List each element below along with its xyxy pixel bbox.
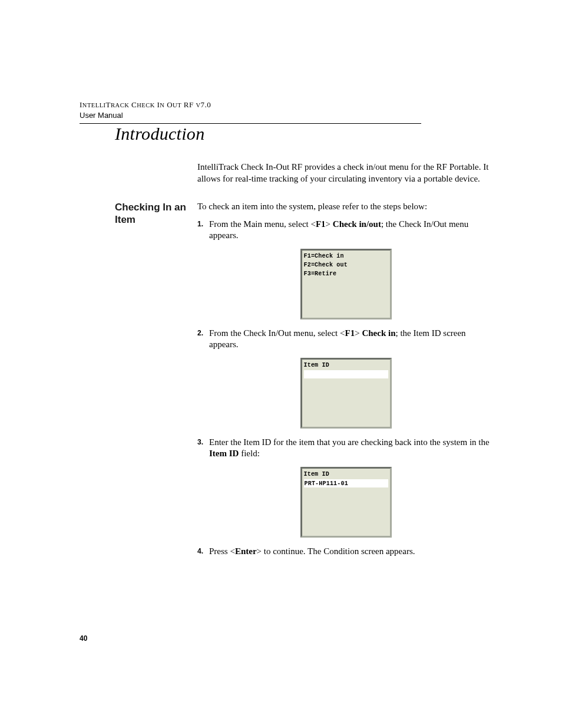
step-3: 3. Enter the Item ID for the item that y…	[197, 437, 494, 460]
header-product: INTELLITRACK CHECK IN OUT RF V7.0	[80, 100, 494, 110]
step-number: 3.	[197, 437, 209, 460]
header-doctype: User Manual	[80, 111, 494, 120]
step-text: Press <Enter> to continue. The Condition…	[209, 546, 494, 558]
page-title: Introduction	[115, 124, 494, 144]
intro-paragraph: IntelliTrack Check In-Out RF provides a …	[197, 162, 494, 185]
terminal-label: Item ID	[304, 470, 388, 479]
step-text: From the Check In/Out menu, select <F1> …	[209, 328, 494, 351]
section-heading: Checking In an Item	[115, 201, 191, 226]
terminal-itemid-filled-screenshot: Item ID PRT-HP111-01	[300, 467, 392, 538]
terminal-label: Item ID	[304, 361, 388, 370]
terminal-input	[304, 370, 388, 378]
step-1: 1. From the Main menu, select <F1> Check…	[197, 219, 494, 242]
terminal-line: F3=Retire	[304, 269, 388, 278]
step-2: 2. From the Check In/Out menu, select <F…	[197, 328, 494, 351]
page-number: 40	[80, 634, 87, 643]
step-number: 4.	[197, 546, 209, 558]
step-4: 4. Press <Enter> to continue. The Condit…	[197, 546, 494, 558]
terminal-line: F2=Check out	[304, 261, 388, 269]
step-text: Enter the Item ID for the item that you …	[209, 437, 494, 460]
section-lead: To check an item into the system, please…	[197, 201, 494, 213]
step-number: 2.	[197, 328, 209, 351]
terminal-input: PRT-HP111-01	[304, 479, 388, 487]
terminal-line: F1=Check in	[304, 252, 388, 261]
page-content: INTELLITRACK CHECK IN OUT RF V7.0 User M…	[0, 0, 562, 561]
step-text: From the Main menu, select <F1> Check in…	[209, 219, 494, 242]
step-number: 1.	[197, 219, 209, 242]
terminal-itemid-blank-screenshot: Item ID	[300, 358, 392, 429]
terminal-menu-screenshot: F1=Check in F2=Check out F3=Retire	[300, 249, 392, 319]
